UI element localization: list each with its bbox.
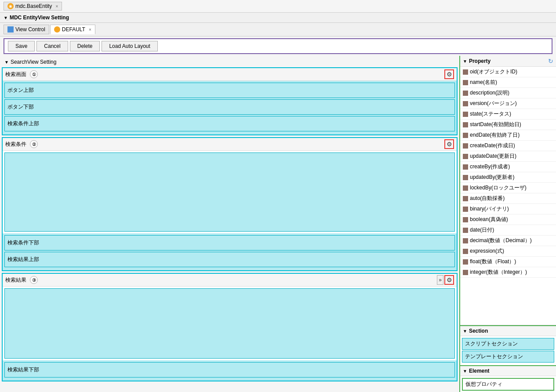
section-panel-title: Section xyxy=(469,328,488,334)
property-item-expression[interactable]: expression(式) xyxy=(460,246,556,257)
entity-view-header: MDC EntityView Setting xyxy=(0,13,556,23)
cancel-button[interactable]: Cancel xyxy=(36,41,68,51)
property-list: oid(オブジェクトID) name(名前) description(説明) v… xyxy=(460,67,556,325)
prop-label-state: state(ステータス) xyxy=(470,110,511,118)
settings-icon xyxy=(54,26,60,33)
prop-label-desc: description(説明) xyxy=(470,89,509,97)
section-search-result: 検索結果 ③ » ⚙ 検索結果下部 xyxy=(2,273,458,381)
main-container: MDC EntityView Setting View Control DEFA… xyxy=(0,13,556,392)
property-item-float[interactable]: float(数値（Float）) xyxy=(460,257,556,267)
prop-icon xyxy=(463,249,468,254)
button-bottom-label: ボタン下部 xyxy=(7,103,34,111)
property-item-decimal[interactable]: decimal(数値（Decimal）) xyxy=(460,236,556,246)
prop-icon xyxy=(463,238,468,243)
tab-view-control[interactable]: View Control xyxy=(4,25,49,34)
section-search-condition-title: 検索条件 xyxy=(5,141,26,148)
delete-button[interactable]: Delete xyxy=(70,41,100,51)
prop-label-updatedate: updateDate(更新日) xyxy=(470,152,516,160)
property-item-enddate[interactable]: endDate(有効終了日) xyxy=(460,130,556,141)
prop-icon xyxy=(463,91,468,96)
refresh-icon[interactable]: ↻ xyxy=(548,58,553,65)
prop-icon xyxy=(463,228,468,233)
main-tab-close[interactable]: × xyxy=(55,4,58,9)
prop-icon xyxy=(463,122,468,127)
save-button[interactable]: Save xyxy=(8,41,35,51)
search-condition-top-label: 検索条件上部 xyxy=(7,120,39,127)
prop-icon xyxy=(463,112,468,117)
section-condition-bottom: 検索条件下部 検索結果上部 xyxy=(3,233,457,270)
prop-label-createby: createBy(作成者) xyxy=(470,163,510,171)
property-item-startdate[interactable]: startDate(有効開始日) xyxy=(460,120,556,130)
search-result-top-row: 検索結果上部 xyxy=(4,252,455,267)
property-item-integer[interactable]: integer(数値（Integer）) xyxy=(460,267,556,278)
section-search-screen-header: 検索画面 ① ⚙ xyxy=(3,68,457,81)
property-item-binary[interactable]: binary(バイナリ) xyxy=(460,204,556,214)
property-item-oid[interactable]: oid(オブジェクトID) xyxy=(460,67,556,77)
gear-button-3[interactable]: ⚙ xyxy=(444,275,454,285)
title-bar: ◉ mdc.BaseEntity × xyxy=(0,0,556,13)
property-item-lockedby[interactable]: lockedBy(ロックユーザ) xyxy=(460,183,556,193)
arrow-button[interactable]: » xyxy=(437,275,443,285)
element-item-virtual[interactable]: 仮想プロパティ xyxy=(462,378,554,391)
prop-icon xyxy=(463,164,468,170)
prop-label-decimal: decimal(数値（Decimal）) xyxy=(470,237,532,244)
content-area: SearchView Setting 検索画面 ① ⚙ ボタン上部 ボタン下 xyxy=(0,56,556,392)
prop-label-auto: auto(自動採番) xyxy=(470,195,505,202)
prop-label-boolean: boolean(真偽値) xyxy=(470,216,508,223)
search-condition-bottom-row: 検索条件下部 xyxy=(4,235,455,250)
section-item-template-label: テンプレートセクション xyxy=(465,353,523,359)
section-label-1: 検索画面 ① xyxy=(5,70,38,78)
prop-icon xyxy=(463,259,468,265)
search-view-header: SearchView Setting xyxy=(2,58,458,66)
property-item-name[interactable]: name(名前) xyxy=(460,77,556,88)
section-label-3: 検索結果 ③ xyxy=(5,276,38,284)
badge-3: ③ xyxy=(30,276,38,284)
property-item-date[interactable]: date(日付) xyxy=(460,225,556,236)
section-search-result-title: 検索結果 xyxy=(5,276,26,284)
property-item-desc[interactable]: description(説明) xyxy=(460,88,556,98)
section-list: スクリプトセクション テンプレートセクション xyxy=(460,336,556,365)
gear-button-1[interactable]: ⚙ xyxy=(444,69,454,79)
result-area xyxy=(4,288,455,359)
prop-label-enddate: endDate(有効終了日) xyxy=(470,131,520,139)
tab-default[interactable]: DEFAULT × xyxy=(50,25,95,34)
section-item-script[interactable]: スクリプトセクション xyxy=(462,338,554,350)
prop-label-integer: integer(数値（Integer）) xyxy=(470,269,527,276)
section-search-condition: 検索条件 ② ⚙ 検索条件下部 検索結果上部 xyxy=(2,137,458,271)
tab-default-label: DEFAULT xyxy=(62,26,85,33)
property-item-createdate[interactable]: createDate(作成日) xyxy=(460,141,556,151)
section-result-bottom: 検索結果下部 xyxy=(3,360,457,381)
conditions-area xyxy=(4,152,455,232)
property-item-boolean[interactable]: boolean(真偽値) xyxy=(460,214,556,225)
tab-view-control-label: View Control xyxy=(15,26,45,33)
prop-label-startdate: startDate(有効開始日) xyxy=(470,121,521,128)
property-panel-title: Property xyxy=(463,58,491,64)
prop-icon xyxy=(463,69,468,75)
property-item-auto[interactable]: auto(自動採番) xyxy=(460,193,556,204)
section-panel-header: Section xyxy=(460,326,556,336)
section-search-result-header: 検索結果 ③ » ⚙ xyxy=(3,274,457,287)
prop-icon xyxy=(463,196,468,201)
prop-icon xyxy=(463,133,468,138)
property-item-updatedate[interactable]: updateDate(更新日) xyxy=(460,151,556,162)
prop-label-createdate: createDate(作成日) xyxy=(470,142,515,149)
tab-default-close[interactable]: × xyxy=(89,27,91,32)
search-condition-bottom-label: 検索条件下部 xyxy=(7,239,39,247)
load-layout-button[interactable]: Load Auto Layout xyxy=(102,41,157,51)
main-tab[interactable]: ◉ mdc.BaseEntity × xyxy=(4,2,62,11)
property-item-updatedby[interactable]: updatedBy(更新者) xyxy=(460,172,556,183)
section-search-screen: 検索画面 ① ⚙ ボタン上部 ボタン下部 検索条件上部 xyxy=(2,67,458,135)
section-label-2: 検索条件 ② xyxy=(5,140,38,148)
badge-1: ① xyxy=(30,70,38,78)
prop-icon xyxy=(463,185,468,191)
property-item-state[interactable]: state(ステータス) xyxy=(460,109,556,120)
element-panel: Element 仮想プロパティ xyxy=(460,365,556,392)
prop-label-name: name(名前) xyxy=(470,79,497,86)
prop-icon xyxy=(463,154,468,159)
property-item-createby[interactable]: createBy(作成者) xyxy=(460,162,556,172)
element-panel-title: Element xyxy=(469,368,490,374)
property-item-version[interactable]: version(バージョン) xyxy=(460,98,556,109)
section-panel: Section スクリプトセクション テンプレートセクション xyxy=(460,325,556,365)
section-item-template[interactable]: テンプレートセクション xyxy=(462,351,554,363)
gear-button-2[interactable]: ⚙ xyxy=(444,139,454,149)
